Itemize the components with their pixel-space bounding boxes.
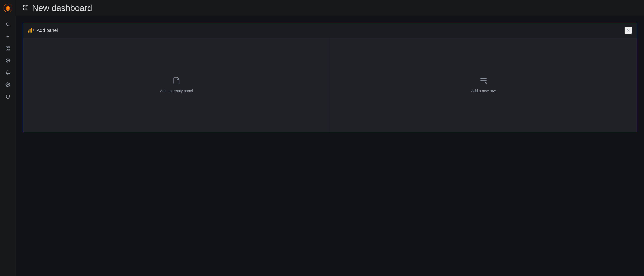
bar-2 <box>30 29 30 32</box>
panel-options-grid: Add an empty panel Add a new row <box>23 38 637 132</box>
svg-rect-12 <box>26 8 28 10</box>
sidebar-item-explore[interactable] <box>3 56 13 66</box>
add-panel-title: Add panel <box>37 28 58 33</box>
svg-point-1 <box>7 7 9 9</box>
svg-point-2 <box>6 23 9 26</box>
add-panel-container: + Add panel <box>23 23 637 132</box>
add-panel-header: + Add panel <box>23 23 637 38</box>
page-header: New dashboard <box>16 0 644 16</box>
svg-rect-11 <box>24 8 25 10</box>
svg-rect-6 <box>8 49 10 50</box>
add-empty-panel-label: Add an empty panel <box>160 89 193 93</box>
sidebar-item-alerting[interactable] <box>3 68 13 78</box>
svg-point-7 <box>6 59 10 62</box>
svg-point-8 <box>8 84 8 85</box>
svg-rect-9 <box>24 5 25 7</box>
plus-badge: + <box>32 28 34 32</box>
bar-3 <box>31 28 32 32</box>
svg-rect-5 <box>6 49 8 50</box>
dashboard-area: + Add panel <box>16 16 644 276</box>
dashboard-grid-icon <box>23 4 29 11</box>
main-content: New dashboard + Add panel <box>16 0 644 276</box>
sidebar-item-dashboards[interactable] <box>3 44 13 54</box>
page-title: New dashboard <box>32 3 92 13</box>
add-empty-panel-option[interactable]: Add an empty panel <box>23 38 330 132</box>
svg-rect-10 <box>26 5 28 7</box>
sidebar-nav <box>0 19 16 102</box>
svg-rect-4 <box>8 47 10 48</box>
sidebar <box>0 0 16 276</box>
rows-icon <box>480 77 488 85</box>
add-new-row-label: Add a new row <box>471 89 496 93</box>
svg-rect-3 <box>6 47 8 48</box>
sidebar-item-create[interactable] <box>3 31 13 42</box>
sidebar-item-configuration[interactable] <box>3 80 13 90</box>
document-icon <box>172 77 180 85</box>
sidebar-item-server-admin[interactable] <box>3 92 13 102</box>
bar-chart-icon <box>28 28 32 32</box>
sidebar-item-search[interactable] <box>3 19 13 29</box>
add-panel-icon: + <box>28 28 34 32</box>
add-new-row-option[interactable]: Add a new row <box>330 38 637 132</box>
add-panel-title-group: + Add panel <box>28 28 58 33</box>
bar-1 <box>28 30 29 32</box>
close-add-panel-button[interactable] <box>624 27 632 34</box>
grafana-logo[interactable] <box>0 0 16 16</box>
